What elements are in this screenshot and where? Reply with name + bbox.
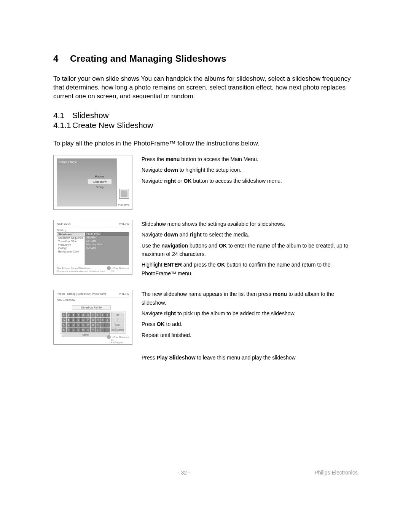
intro-paragraph: To tailor your own slide shows You can h…: [53, 75, 358, 101]
subsection-heading: 4.1.1Create New Slideshow: [53, 121, 358, 130]
list-item: Transition Effect: [57, 240, 84, 243]
page-footer: - 32 - Philips Electronics: [53, 470, 358, 476]
crumb: Photos | Setting | Slideshow | Photo fra…: [57, 292, 107, 295]
section-label: Setting: [57, 228, 66, 232]
section-title: Slideshow: [72, 111, 109, 120]
onscreen-keyboard: 1234567890 ABCDEFGHIJ KLMNOPQR STUVWXYZ …: [62, 313, 110, 337]
crumb: Slideshow: [57, 222, 70, 226]
page-number: - 32 -: [178, 470, 190, 476]
screenshot-main-menu: Photo Frame Photos Slideshow Setup PHILI…: [53, 155, 132, 210]
company-name: Philips Electronics: [314, 470, 358, 476]
thumbnail-icon: [119, 189, 129, 199]
final-instruction: Press Play Slideshow to leave this menu …: [142, 355, 358, 361]
brand-label: PHILIPS: [119, 222, 129, 225]
footer-hint: Play Edit and Create Slideshows. Choose …: [57, 267, 129, 272]
section-number: 4.1: [53, 111, 72, 120]
list-item: Background Color: [57, 250, 84, 253]
abc-key: abc: [111, 328, 116, 332]
section-heading: 4.1Slideshow: [53, 111, 358, 120]
steps-1: Press the menu button to access the Main…: [142, 155, 358, 187]
chapter-title: Creating and Managing Slideshows: [70, 53, 226, 64]
list-item: Slideshow Sequence: [57, 236, 84, 240]
screenshot-keypad: Photos | Setting | Slideshow | Photo fra…: [53, 290, 132, 345]
list-item: Memory stick: [85, 243, 129, 246]
left-key: ←: [111, 318, 118, 322]
control-pad-icon: [107, 266, 111, 270]
enter-key: Enter: [111, 323, 124, 327]
subsection-title: Create New Slideshow: [72, 121, 153, 129]
list-item: xD Card: [85, 246, 129, 249]
backspace-key: ⌫: [111, 313, 124, 317]
menu-item-photos: Photos: [88, 174, 112, 179]
right-key: →: [118, 318, 124, 322]
name-field: Slideshow Family: [72, 305, 111, 310]
instruction-row-2: Slideshow PHILIPS Setting Slideshows Sli…: [53, 220, 358, 280]
lead-paragraph: To play all the photos in the PhotoFrame…: [53, 140, 358, 147]
list-item: Collage: [57, 246, 84, 250]
frame-title: Photo Frame: [59, 160, 77, 164]
menu-item-setup: Setup: [88, 185, 112, 190]
chapter-heading: 4Creating and Managing Slideshows: [53, 53, 358, 64]
list-item: CF Card: [85, 239, 129, 243]
menu-item-slideshow: Slideshow: [88, 179, 112, 185]
chapter-number: 4: [53, 53, 70, 64]
list-item: SD/MMC: [85, 236, 129, 239]
key: 1: [62, 313, 66, 317]
screenshot-slideshow-settings: Slideshow PHILIPS Setting Slideshows Sli…: [53, 220, 132, 275]
steps-3: The new slideshow name appears in the li…: [142, 290, 358, 342]
cancel-key: Cancel: [116, 328, 124, 332]
space-key: Space: [62, 332, 110, 337]
subsection-number: 4.1.1: [53, 121, 72, 130]
steps-2: Slideshow menu shows the settings availa…: [142, 220, 358, 280]
list-item: Frequency: [57, 243, 84, 246]
control-pad-icon: [107, 335, 111, 339]
new-slideshow-label: New Slideshow: [57, 299, 75, 301]
instruction-row-3: Photos | Setting | Slideshow | Photo fra…: [53, 290, 358, 345]
brand-label: PHILIPS: [118, 204, 129, 206]
instruction-row-1: Photo Frame Photos Slideshow Setup PHILI…: [53, 155, 358, 210]
brand-label: PHILIPS: [119, 292, 129, 295]
